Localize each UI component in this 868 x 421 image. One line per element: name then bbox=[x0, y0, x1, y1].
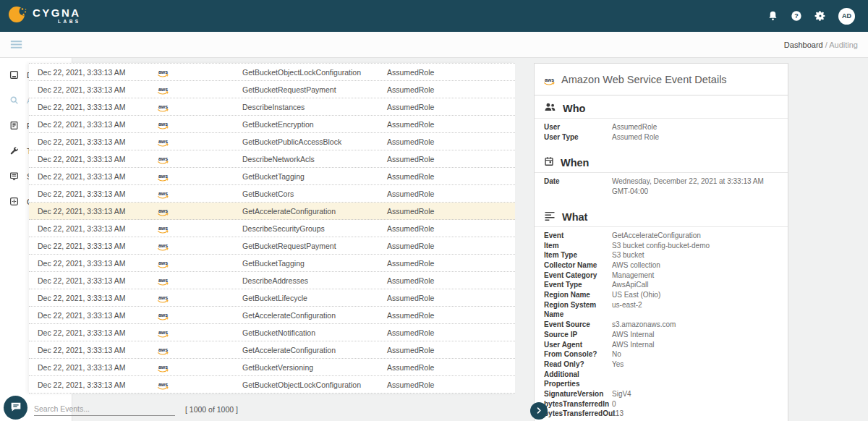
panel-detail-row: SignatureVersionSigV4 bbox=[535, 389, 788, 399]
event-role-cell: AssumedRole bbox=[387, 137, 515, 146]
table-row[interactable]: Dec 22, 2021, 3:33:13 AMawsDescribeInsta… bbox=[29, 98, 515, 116]
event-date-cell: Dec 22, 2021, 3:33:13 AM bbox=[38, 242, 158, 250]
table-row[interactable]: Dec 22, 2021, 3:33:13 AMawsGetBucketTagg… bbox=[29, 168, 515, 185]
event-role-cell: AssumedRole bbox=[387, 276, 515, 285]
table-row[interactable]: Dec 22, 2021, 3:33:13 AMawsDescribeAddre… bbox=[29, 272, 515, 289]
event-source-cell: aws bbox=[158, 67, 242, 78]
configuration-icon bbox=[9, 197, 19, 206]
detail-value: Wednesday, December 22, 2021 at 3:33:13 … bbox=[612, 177, 778, 196]
table-row[interactable]: Dec 22, 2021, 3:33:13 AMawsDescribeSecur… bbox=[29, 220, 515, 237]
detail-value: s3.amazonaws.com bbox=[612, 320, 676, 330]
detail-value: Yes bbox=[612, 360, 624, 370]
aws-icon: aws bbox=[158, 171, 169, 182]
event-name-cell: DescribeSecurityGroups bbox=[242, 224, 387, 233]
chat-button[interactable] bbox=[4, 396, 27, 420]
hamburger-menu-icon[interactable] bbox=[10, 40, 22, 49]
bell-icon[interactable] bbox=[767, 10, 778, 22]
detail-label: User Agent bbox=[544, 340, 612, 350]
content-area: DashboardAuditingReportsToolsStatusConfi… bbox=[0, 58, 868, 421]
panel-section-title-text: Who bbox=[563, 103, 585, 114]
table-row[interactable]: Dec 22, 2021, 3:33:13 AMawsGetBucketObje… bbox=[29, 376, 515, 394]
panel-detail-row: bytesTransferredIn0 bbox=[535, 399, 788, 409]
detail-value: Assumed Role bbox=[612, 132, 659, 143]
app-header: CYGNA LABS ? AD bbox=[0, 0, 868, 32]
breadcrumb-current: Auditing bbox=[829, 41, 858, 49]
help-icon[interactable]: ? bbox=[791, 10, 802, 22]
panel-detail-row: Additional Properties bbox=[535, 370, 788, 389]
chat-icon bbox=[10, 401, 22, 414]
event-role-cell: AssumedRole bbox=[387, 68, 515, 77]
table-row[interactable]: Dec 22, 2021, 3:33:13 AMawsGetAccelerate… bbox=[29, 341, 515, 359]
event-source-cell: aws bbox=[158, 310, 242, 321]
event-date-cell: Dec 22, 2021, 3:33:13 AM bbox=[38, 207, 158, 216]
cygna-logo[interactable]: CYGNA LABS bbox=[7, 4, 81, 28]
panel-section-title-text: What bbox=[562, 211, 587, 223]
table-row[interactable]: Dec 22, 2021, 3:33:13 AMawsGetBucketLife… bbox=[29, 289, 515, 307]
event-role-cell: AssumedRole bbox=[387, 346, 515, 354]
event-source-cell: aws bbox=[158, 327, 242, 339]
detail-value: AssumedRole bbox=[612, 122, 657, 132]
table-row[interactable]: Dec 22, 2021, 3:33:13 AMawsGetAccelerate… bbox=[29, 203, 515, 220]
table-row[interactable]: Dec 22, 2021, 3:33:13 AMawsGetBucketPubl… bbox=[29, 133, 515, 150]
search-bar: [ 1000 of 1000 ] bbox=[30, 403, 238, 416]
aws-icon: aws bbox=[158, 310, 169, 321]
panel-section-what: WhatEventGetAccelerateConfigurationItemS… bbox=[535, 205, 788, 421]
event-date-cell: Dec 22, 2021, 3:33:13 AM bbox=[38, 363, 158, 372]
aws-icon: aws bbox=[158, 67, 169, 78]
event-role-cell: AssumedRole bbox=[387, 380, 515, 389]
panel-detail-row: Read Only?Yes bbox=[535, 360, 788, 370]
panel-detail-row: From Console?No bbox=[535, 349, 788, 360]
brand-subname: LABS bbox=[33, 20, 81, 25]
panel-section-when: WhenDateWednesday, December 22, 2021 at … bbox=[535, 150, 788, 204]
aws-icon: aws bbox=[158, 344, 169, 356]
event-source-cell: aws bbox=[158, 240, 242, 252]
detail-value: AWS Internal bbox=[612, 330, 655, 340]
table-row[interactable]: Dec 22, 2021, 3:33:13 AMawsGetAccelerate… bbox=[29, 307, 515, 324]
event-date-cell: Dec 22, 2021, 3:33:13 AM bbox=[38, 172, 158, 181]
panel-collapse-button[interactable] bbox=[530, 402, 548, 420]
event-details-panel: aws Amazon Web Service Event Details Who… bbox=[534, 63, 788, 421]
event-name-cell: GetAccelerateConfiguration bbox=[242, 346, 387, 354]
table-row[interactable]: Dec 22, 2021, 3:33:13 AMawsGetBucketObje… bbox=[29, 64, 515, 81]
event-role-cell: AssumedRole bbox=[387, 103, 515, 111]
panel-detail-row: Collector NameAWS collection bbox=[535, 260, 788, 271]
event-name-cell: GetBucketEncryption bbox=[242, 120, 387, 129]
table-row[interactable]: Dec 22, 2021, 3:33:13 AMawsGetBucketTagg… bbox=[29, 255, 515, 272]
avatar[interactable]: AD bbox=[838, 8, 855, 25]
aws-icon: aws bbox=[158, 101, 169, 113]
detail-label: Item Type bbox=[544, 250, 612, 260]
event-source-cell: aws bbox=[158, 275, 242, 286]
event-source-cell: aws bbox=[158, 344, 242, 356]
event-name-cell: GetBucketTagging bbox=[242, 172, 387, 181]
detail-label: Collector Name bbox=[544, 260, 612, 271]
event-date-cell: Dec 22, 2021, 3:33:13 AM bbox=[38, 120, 158, 129]
table-row[interactable]: Dec 22, 2021, 3:33:13 AMawsGetBucketCors… bbox=[29, 185, 515, 203]
aws-icon: aws bbox=[158, 362, 169, 373]
event-date-cell: Dec 22, 2021, 3:33:13 AM bbox=[38, 155, 158, 163]
search-input[interactable] bbox=[34, 403, 175, 416]
table-row[interactable]: Dec 22, 2021, 3:33:13 AMawsGetBucketNoti… bbox=[29, 324, 515, 341]
aws-icon: aws bbox=[158, 223, 169, 234]
chevron-right-icon bbox=[535, 406, 542, 417]
table-row[interactable]: Dec 22, 2021, 3:33:13 AMawsGetBucketRequ… bbox=[29, 81, 515, 98]
detail-value: US East (Ohio) bbox=[612, 290, 660, 300]
event-name-cell: GetAccelerateConfiguration bbox=[242, 207, 387, 216]
aws-icon: aws bbox=[158, 153, 169, 165]
detail-value: SigV4 bbox=[612, 389, 631, 399]
breadcrumb-dashboard-link[interactable]: Dashboard bbox=[784, 41, 823, 49]
panel-detail-row: DateWednesday, December 22, 2021 at 3:33… bbox=[535, 177, 788, 196]
table-row[interactable]: Dec 22, 2021, 3:33:13 AMawsGetBucketEncr… bbox=[29, 116, 515, 133]
table-row[interactable]: Dec 22, 2021, 3:33:13 AMawsGetBucketRequ… bbox=[29, 237, 515, 255]
detail-label: SignatureVersion bbox=[544, 389, 612, 399]
aws-icon: aws bbox=[158, 119, 169, 130]
detail-label: Event Type bbox=[544, 280, 612, 290]
status-icon bbox=[9, 171, 19, 181]
table-row[interactable]: Dec 22, 2021, 3:33:13 AMawsGetBucketVers… bbox=[29, 359, 515, 376]
event-role-cell: AssumedRole bbox=[387, 259, 515, 268]
detail-label: Item bbox=[544, 241, 612, 251]
gear-icon[interactable] bbox=[814, 10, 826, 22]
event-date-cell: Dec 22, 2021, 3:33:13 AM bbox=[38, 380, 158, 389]
event-name-cell: GetBucketObjectLockConfiguration bbox=[242, 380, 387, 389]
event-name-cell: GetBucketCors bbox=[242, 190, 387, 198]
table-row[interactable]: Dec 22, 2021, 3:33:13 AMawsDescribeNetwo… bbox=[29, 150, 515, 168]
